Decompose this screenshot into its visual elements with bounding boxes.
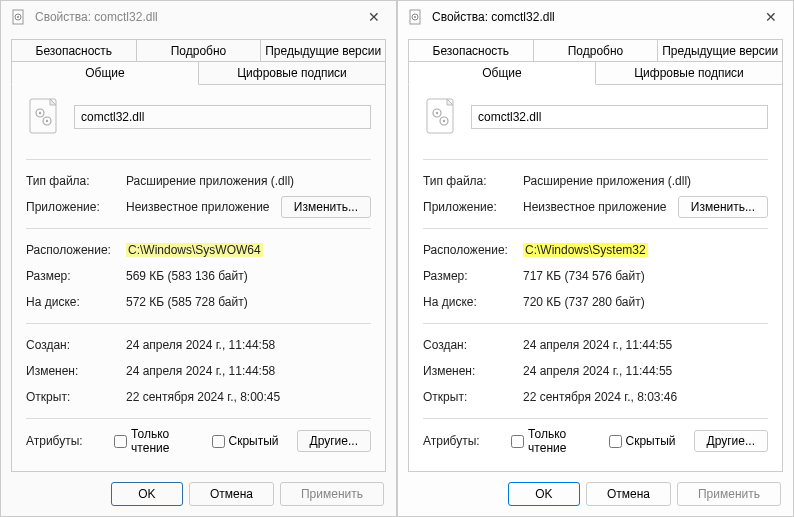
hidden-checkbox[interactable] — [609, 435, 622, 448]
readonly-checkbox-wrap[interactable]: Только чтение — [114, 427, 193, 455]
file-gears-icon — [26, 97, 62, 137]
label-location: Расположение: — [423, 243, 523, 257]
readonly-checkbox[interactable] — [511, 435, 524, 448]
tab-details[interactable]: Подробно — [534, 39, 659, 62]
change-app-button[interactable]: Изменить... — [678, 196, 768, 218]
label-disksize: На диске: — [26, 295, 126, 309]
tab-general[interactable]: Общие — [408, 61, 596, 85]
dialog-buttons: OK Отмена Применить — [398, 472, 793, 516]
label-attributes: Атрибуты: — [423, 434, 505, 448]
tab-previous-versions[interactable]: Предыдущие версии — [261, 39, 386, 62]
divider — [423, 418, 768, 419]
titlebar: Свойства: comctl32.dll ✕ — [1, 1, 396, 33]
apply-button[interactable]: Применить — [677, 482, 781, 506]
label-accessed: Открыт: — [26, 390, 126, 404]
tab-digital-signatures[interactable]: Цифровые подписи — [596, 61, 783, 84]
value-accessed: 22 сентября 2024 г., 8:00:45 — [126, 390, 371, 404]
close-button[interactable]: ✕ — [757, 5, 785, 29]
label-location: Расположение: — [26, 243, 126, 257]
ok-button[interactable]: OK — [508, 482, 580, 506]
properties-dialog-right: Свойства: comctl32.dll ✕ Безопасность По… — [397, 0, 794, 517]
gear-page-icon — [11, 9, 27, 25]
value-size: 717 КБ (734 576 байт) — [523, 269, 768, 283]
change-app-button[interactable]: Изменить... — [281, 196, 371, 218]
apply-button[interactable]: Применить — [280, 482, 384, 506]
tabs: Безопасность Подробно Предыдущие версии … — [398, 33, 793, 84]
hidden-checkbox[interactable] — [212, 435, 225, 448]
tab-details[interactable]: Подробно — [137, 39, 262, 62]
window-title: Свойства: comctl32.dll — [35, 10, 360, 24]
properties-dialog-left: Свойства: comctl32.dll ✕ Безопасность По… — [0, 0, 397, 517]
hidden-label: Скрытый — [626, 434, 676, 448]
readonly-label: Только чтение — [528, 427, 590, 455]
cancel-button[interactable]: Отмена — [189, 482, 274, 506]
readonly-checkbox[interactable] — [114, 435, 127, 448]
value-app: Неизвестное приложение — [126, 200, 281, 214]
divider — [26, 418, 371, 419]
label-accessed: Открыт: — [423, 390, 523, 404]
tab-general[interactable]: Общие — [11, 61, 199, 85]
tabs: Безопасность Подробно Предыдущие версии … — [1, 33, 396, 84]
value-modified: 24 апреля 2024 г., 11:44:55 — [523, 364, 768, 378]
tab-content-general: Тип файла: Расширение приложения (.dll) … — [11, 84, 386, 472]
svg-point-2 — [17, 16, 19, 18]
readonly-label: Только чтение — [131, 427, 193, 455]
divider — [26, 159, 371, 160]
label-attributes: Атрибуты: — [26, 434, 108, 448]
tab-security[interactable]: Безопасность — [11, 39, 137, 62]
tab-previous-versions[interactable]: Предыдущие версии — [658, 39, 783, 62]
other-attributes-button[interactable]: Другие... — [694, 430, 768, 452]
other-attributes-button[interactable]: Другие... — [297, 430, 371, 452]
divider — [26, 228, 371, 229]
label-modified: Изменен: — [423, 364, 523, 378]
value-filetype: Расширение приложения (.dll) — [523, 174, 768, 188]
label-app: Приложение: — [26, 200, 126, 214]
label-created: Создан: — [26, 338, 126, 352]
tab-security[interactable]: Безопасность — [408, 39, 534, 62]
value-filetype: Расширение приложения (.dll) — [126, 174, 371, 188]
ok-button[interactable]: OK — [111, 482, 183, 506]
svg-point-7 — [46, 120, 48, 122]
value-accessed: 22 сентября 2024 г., 8:03:46 — [523, 390, 768, 404]
filename-input[interactable] — [471, 105, 768, 129]
hidden-checkbox-wrap[interactable]: Скрытый — [212, 434, 279, 448]
tab-content-general: Тип файла: Расширение приложения (.dll) … — [408, 84, 783, 472]
value-modified: 24 апреля 2024 г., 11:44:58 — [126, 364, 371, 378]
window-title: Свойства: comctl32.dll — [432, 10, 757, 24]
tab-digital-signatures[interactable]: Цифровые подписи — [199, 61, 386, 84]
close-button[interactable]: ✕ — [360, 5, 388, 29]
hidden-checkbox-wrap[interactable]: Скрытый — [609, 434, 676, 448]
divider — [423, 228, 768, 229]
value-location: C:\Windows\System32 — [523, 243, 768, 257]
value-location: C:\Windows\SysWOW64 — [126, 243, 371, 257]
cancel-button[interactable]: Отмена — [586, 482, 671, 506]
label-filetype: Тип файла: — [26, 174, 126, 188]
value-created: 24 апреля 2024 г., 11:44:55 — [523, 338, 768, 352]
value-disksize: 572 КБ (585 728 байт) — [126, 295, 371, 309]
svg-point-15 — [443, 120, 445, 122]
value-created: 24 апреля 2024 г., 11:44:58 — [126, 338, 371, 352]
titlebar: Свойства: comctl32.dll ✕ — [398, 1, 793, 33]
dialog-buttons: OK Отмена Применить — [1, 472, 396, 516]
filename-input[interactable] — [74, 105, 371, 129]
value-disksize: 720 КБ (737 280 байт) — [523, 295, 768, 309]
value-size: 569 КБ (583 136 байт) — [126, 269, 371, 283]
svg-point-10 — [414, 16, 416, 18]
readonly-checkbox-wrap[interactable]: Только чтение — [511, 427, 590, 455]
divider — [423, 323, 768, 324]
label-size: Размер: — [423, 269, 523, 283]
label-filetype: Тип файла: — [423, 174, 523, 188]
divider — [26, 323, 371, 324]
svg-point-13 — [436, 112, 438, 114]
label-app: Приложение: — [423, 200, 523, 214]
gear-page-icon — [408, 9, 424, 25]
label-created: Создан: — [423, 338, 523, 352]
divider — [423, 159, 768, 160]
value-app: Неизвестное приложение — [523, 200, 678, 214]
svg-point-5 — [39, 112, 41, 114]
label-modified: Изменен: — [26, 364, 126, 378]
label-size: Размер: — [26, 269, 126, 283]
file-gears-icon — [423, 97, 459, 137]
label-disksize: На диске: — [423, 295, 523, 309]
hidden-label: Скрытый — [229, 434, 279, 448]
